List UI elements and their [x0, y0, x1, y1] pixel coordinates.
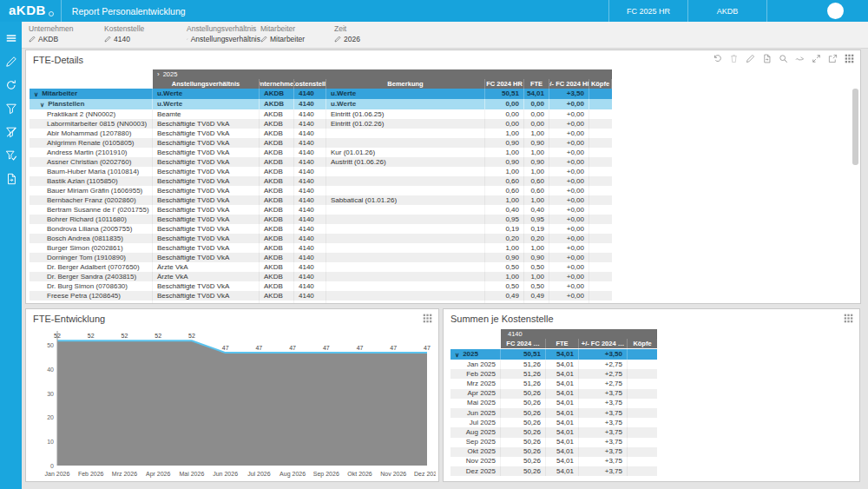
table-row[interactable]: Feb 202551,2654,01+2,75 [450, 369, 667, 379]
month-label[interactable]: Okt 2025 [450, 447, 501, 457]
employee-name[interactable]: Dr. Berger Adalbert (0707650) [30, 262, 153, 272]
topbar-item-forecast[interactable]: FC 2025 HR [608, 0, 687, 22]
employee-name[interactable]: Freese Petra (1208645) [30, 291, 153, 301]
employee-name[interactable]: Ahlgrimm Renate (0105805) [30, 138, 153, 148]
employee-name[interactable]: Abir Mohammad (1207880) [30, 129, 153, 138]
lasso-icon[interactable] [795, 54, 805, 63]
month-label[interactable]: Jan 2025 [450, 360, 501, 369]
employee-name[interactable]: Praktikant 2 (NN0002) [30, 109, 153, 119]
column-header[interactable]: Bemerkung [326, 79, 485, 89]
table-row[interactable]: Ahlgrimm Renate (0105805)Beschäftigte TV… [30, 138, 616, 148]
table-row[interactable]: Dr. Berger Adalbert (0707650)Ärzte VkAAK… [30, 262, 616, 272]
table-row[interactable]: Dorninger Tom (1910890)Beschäftigte TVöD… [30, 253, 616, 262]
month-label[interactable]: Apr 2025 [450, 389, 501, 399]
employee-name[interactable]: Dr. Berger Sandra (2403815) [30, 272, 153, 281]
fte-table-scrollbar[interactable] [852, 89, 858, 165]
table-row[interactable]: Bosch Andrea (0811835)Beschäftigte TVöD … [30, 234, 616, 243]
filter-kostenstelle[interactable]: Kostenstelle4140 [104, 22, 187, 48]
area-series[interactable] [57, 340, 427, 466]
month-label[interactable]: Sep 2025 [450, 438, 501, 447]
search-icon[interactable] [779, 54, 788, 63]
table-row[interactable]: Mrz 202551,2654,01+2,75 [450, 379, 667, 388]
funnel-off-button[interactable] [0, 120, 22, 143]
tree-node-planstellen[interactable]: Planstellen [30, 99, 153, 109]
table-row[interactable]: Assner Christian (0202760)Beschäftigte T… [30, 157, 616, 167]
table-row[interactable]: Freese Petra (1208645)Beschäftigte TVöD … [30, 291, 616, 301]
fte-group-band[interactable]: 2025 [153, 69, 612, 79]
column-header[interactable]: +/- FC 2024 … [579, 339, 628, 348]
external-icon[interactable] [828, 54, 838, 63]
month-label[interactable]: Dez 2025 [450, 466, 501, 476]
akdb-logo[interactable]: aKDB [0, 3, 61, 19]
employee-name[interactable]: Labormitarbeiter 0815 (NN0003) [30, 119, 153, 129]
table-row[interactable]: Okt 202550,2654,01+3,75 [450, 447, 667, 457]
undo-icon[interactable] [713, 54, 722, 63]
table-row[interactable]: Apr 202550,2654,01+3,75 [450, 389, 667, 399]
filter-mitarbeiter[interactable]: MitarbeiterMitarbeiter [260, 22, 334, 48]
topbar-item-company[interactable]: AKDB [687, 0, 766, 22]
table-row[interactable]: Praktikant 2 (NN0002)BeamteAKDB4140Eintr… [30, 109, 616, 119]
employee-name[interactable]: Bauer Miriam Gräfin (1606955) [30, 186, 153, 195]
doc-icon[interactable] [762, 54, 772, 63]
employee-name[interactable]: Burger Simon (0202861) [30, 243, 153, 253]
tree-node-mitarbeiter[interactable]: Mitarbeiter [30, 89, 153, 99]
column-header[interactable]: Köpfe [628, 339, 657, 348]
funnel-button[interactable] [0, 96, 22, 120]
tree-node-year[interactable]: 2025 [450, 349, 501, 360]
month-label[interactable]: Feb 2025 [450, 369, 501, 379]
pencil-button[interactable] [0, 50, 22, 73]
expand-icon[interactable] [812, 54, 821, 63]
table-row[interactable]: Freytag Alexander (0802456)Beschäftigte … [30, 301, 616, 304]
grid9-icon[interactable] [845, 54, 854, 63]
table-row[interactable]: Nov 202550,2654,01+3,75 [450, 457, 667, 466]
table-row[interactable]: Dr. Berger Sandra (2403815)Ärzte VkAAKDB… [30, 272, 616, 281]
employee-name[interactable]: Andress Martin (2101910) [30, 148, 153, 157]
month-label[interactable]: Jul 2025 [450, 418, 501, 427]
employee-name[interactable]: Dorninger Tom (1910890) [30, 253, 153, 262]
menu-grid-icon[interactable] [423, 314, 432, 323]
column-header[interactable]: FC 2024 … [501, 339, 546, 348]
column-header[interactable]: +/- FC 2024 HR [549, 79, 589, 89]
column-header[interactable]: Köpfe [589, 79, 612, 89]
table-row[interactable]: Dr. Burg Simon (0708630)Beschäftigte TVö… [30, 281, 616, 291]
table-row[interactable]: Bondrova Liliana (2005755)Beschäftigte T… [30, 224, 616, 234]
table-row[interactable]: Burger Simon (0202861)Beschäftigte TVöD … [30, 243, 616, 253]
column-header[interactable]: Kostenstelle [294, 79, 326, 89]
month-label[interactable]: Jun 2025 [450, 408, 501, 418]
summen-year-row[interactable]: 202550,5154,01+3,50 [450, 349, 667, 360]
table-row[interactable]: Abir Mohammad (1207880)Beschäftigte TVöD… [30, 129, 616, 138]
refresh-button[interactable] [0, 73, 22, 96]
table-row[interactable]: Jul 202550,2654,01+3,75 [450, 418, 667, 427]
summen-band[interactable]: 4140 [501, 329, 657, 339]
table-row[interactable]: Jan 202551,2654,01+2,75 [450, 360, 667, 369]
employee-name[interactable]: Bastik Azlan (1105850) [30, 176, 153, 186]
employee-name[interactable]: Bosch Andrea (0811835) [30, 234, 153, 243]
table-row[interactable]: Mai 202550,2654,01+3,75 [450, 399, 667, 408]
table-row[interactable]: Sep 202550,2654,01+3,75 [450, 438, 667, 447]
filter-unternehmen[interactable]: UnternehmenAKDB [29, 22, 104, 48]
funnel-check-button[interactable] [0, 143, 22, 167]
table-row[interactable]: Andress Martin (2101910)Beschäftigte TVö… [30, 148, 616, 157]
employee-name[interactable]: Dr. Burg Simon (0708630) [30, 281, 153, 291]
employee-name[interactable]: Bohrer Richard (1011680) [30, 215, 153, 224]
table-row[interactable]: Bauer Miriam Gräfin (1606955)Beschäftigt… [30, 186, 616, 195]
employee-name[interactable]: Freytag Alexander (0802456) [30, 301, 153, 304]
month-label[interactable]: Mrz 2025 [450, 379, 501, 388]
table-row[interactable]: Labormitarbeiter 0815 (NN0003)Beschäftig… [30, 119, 616, 129]
employee-name[interactable]: Assner Christian (0202760) [30, 157, 153, 167]
filter-anstellungsverhältnis[interactable]: AnstellungsverhältnisAnstellungsverhältn… [187, 22, 260, 48]
menu-grid-icon[interactable] [844, 314, 853, 323]
month-label[interactable]: Aug 2025 [450, 427, 501, 437]
table-row[interactable]: Jun 202550,2654,01+3,75 [450, 408, 667, 418]
table-row[interactable]: Dez 202550,2654,01+3,75 [450, 466, 667, 476]
employee-name[interactable]: Bertram Susanne de l' (0201755) [30, 205, 153, 215]
table-row[interactable]: Aug 202550,2654,01+3,75 [450, 427, 667, 437]
summary-row[interactable]: Planstellenu.WerteAKDB4140u.Werte0,000,0… [30, 99, 616, 109]
month-label[interactable]: Nov 2025 [450, 457, 501, 466]
column-header[interactable]: Anstellungsverhältnis [153, 79, 260, 89]
summary-row[interactable]: Mitarbeiteru.WerteAKDB4140u.Werte50,5154… [30, 89, 616, 99]
table-row[interactable]: Bastik Azlan (1105850)Beschäftigte TVöD … [30, 176, 616, 186]
avatar[interactable] [827, 3, 844, 19]
employee-name[interactable]: Bernbacher Franz (0202860) [30, 195, 153, 205]
table-row[interactable]: Baum-Huber Maria (1010814)Beschäftigte T… [30, 167, 616, 176]
